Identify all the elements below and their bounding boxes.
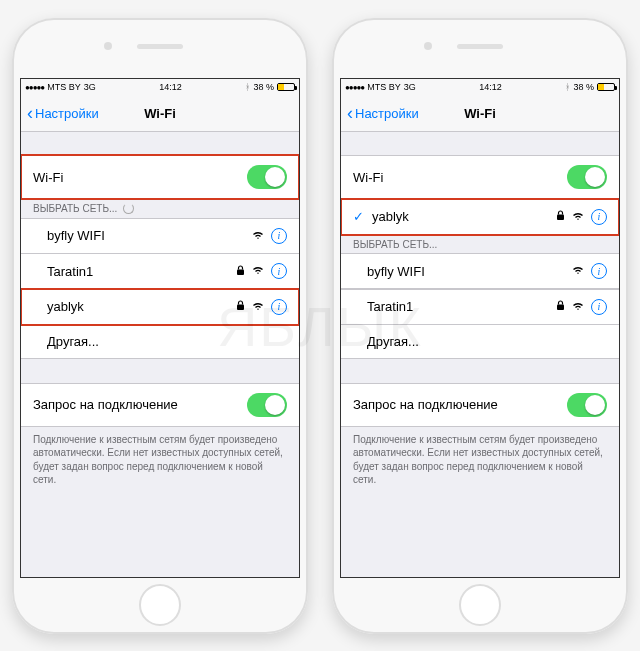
info-icon[interactable]: i: [271, 299, 287, 315]
speaker: [457, 44, 503, 49]
info-icon[interactable]: i: [271, 263, 287, 279]
network-name: yablyk: [33, 299, 84, 314]
home-button[interactable]: [139, 584, 181, 626]
speaker: [137, 44, 183, 49]
chevron-left-icon: ‹: [347, 104, 353, 122]
camera-dot: [104, 42, 112, 50]
nav-bar: ‹ Настройки Wi-Fi: [341, 96, 619, 132]
ask-to-join-label: Запрос на подключение: [33, 397, 178, 412]
carrier-label: MTS BY: [367, 82, 401, 92]
screen-left: ●●●●● MTS BY 3G 14:12 ᚼ 38 % ‹ Настройки…: [20, 78, 300, 578]
battery-percent: 38 %: [573, 82, 594, 92]
connected-network-row[interactable]: ✓ yablyk i: [341, 199, 619, 235]
content-right: Wi-Fi ✓ yablyk i: [341, 132, 619, 577]
wifi-signal-icon: [252, 230, 264, 242]
info-icon[interactable]: i: [591, 209, 607, 225]
wifi-switch[interactable]: [247, 165, 287, 189]
back-label: Настройки: [35, 106, 99, 121]
ask-to-join-row[interactable]: Запрос на подключение: [21, 383, 299, 427]
wifi-row-label: Wi-Fi: [33, 170, 63, 185]
checkmark-icon: ✓: [353, 209, 364, 224]
carrier-label: MTS BY: [47, 82, 81, 92]
status-bar: ●●●●● MTS BY 3G 14:12 ᚼ 38 %: [341, 79, 619, 96]
nav-bar: ‹ Настройки Wi-Fi: [21, 96, 299, 132]
svg-rect-3: [557, 305, 564, 311]
ask-to-join-switch[interactable]: [567, 393, 607, 417]
back-button[interactable]: ‹ Настройки: [27, 104, 99, 122]
phone-left: ●●●●● MTS BY 3G 14:12 ᚼ 38 % ‹ Настройки…: [12, 18, 308, 634]
network-type: 3G: [404, 82, 416, 92]
bluetooth-icon: ᚼ: [565, 82, 570, 92]
choose-network-header: ВЫБРАТЬ СЕТЬ...: [21, 199, 299, 218]
wifi-signal-icon: [572, 301, 584, 313]
choose-network-header: ВЫБРАТЬ СЕТЬ...: [341, 235, 619, 254]
phone-right: ●●●●● MTS BY 3G 14:12 ᚼ 38 % ‹ Настройки…: [332, 18, 628, 634]
lock-icon: [556, 210, 565, 223]
wifi-row-label: Wi-Fi: [353, 170, 383, 185]
battery-percent: 38 %: [253, 82, 274, 92]
network-type: 3G: [84, 82, 96, 92]
clock: 14:12: [159, 82, 182, 92]
spinner-icon: [123, 203, 134, 214]
ask-to-join-label: Запрос на подключение: [353, 397, 498, 412]
ask-to-join-switch[interactable]: [247, 393, 287, 417]
signal-dots-icon: ●●●●●: [345, 83, 364, 92]
chevron-left-icon: ‹: [27, 104, 33, 122]
info-icon[interactable]: i: [591, 263, 607, 279]
svg-rect-1: [237, 305, 244, 311]
screen-right: ●●●●● MTS BY 3G 14:12 ᚼ 38 % ‹ Настройки…: [340, 78, 620, 578]
page-title: Wi-Fi: [464, 106, 496, 121]
footer-note: Подключение к известным сетям будет прои…: [341, 427, 619, 493]
info-icon[interactable]: i: [591, 299, 607, 315]
content-left: Wi-Fi ВЫБРАТЬ СЕТЬ... byfly WIFI i Tarat…: [21, 132, 299, 577]
back-label: Настройки: [355, 106, 419, 121]
lock-icon: [236, 265, 245, 278]
network-name: byfly WIFI: [33, 228, 105, 243]
other-network-label: Другая...: [353, 334, 419, 349]
wifi-signal-icon: [572, 211, 584, 223]
home-button[interactable]: [459, 584, 501, 626]
lock-icon: [236, 300, 245, 313]
battery-icon: [597, 83, 615, 91]
wifi-toggle-row[interactable]: Wi-Fi: [341, 155, 619, 199]
other-network-label: Другая...: [33, 334, 99, 349]
battery-icon: [277, 83, 295, 91]
svg-rect-0: [237, 269, 244, 275]
wifi-switch[interactable]: [567, 165, 607, 189]
ask-to-join-row[interactable]: Запрос на подключение: [341, 383, 619, 427]
network-row-yablyk[interactable]: yablyk i: [21, 289, 299, 325]
lock-icon: [556, 300, 565, 313]
wifi-toggle-row[interactable]: Wi-Fi: [21, 155, 299, 199]
camera-dot: [424, 42, 432, 50]
network-row-other[interactable]: Другая...: [341, 324, 619, 359]
status-bar: ●●●●● MTS BY 3G 14:12 ᚼ 38 %: [21, 79, 299, 96]
network-name: byfly WIFI: [353, 264, 425, 279]
back-button[interactable]: ‹ Настройки: [347, 104, 419, 122]
network-name: Taratin1: [353, 299, 413, 314]
network-row-byfly[interactable]: byfly WIFI i: [341, 253, 619, 289]
bluetooth-icon: ᚼ: [245, 82, 250, 92]
wifi-signal-icon: [252, 265, 264, 277]
network-row-taratin[interactable]: Taratin1 i: [341, 289, 619, 325]
wifi-signal-icon: [252, 301, 264, 313]
network-name: yablyk: [372, 209, 409, 224]
wifi-signal-icon: [572, 265, 584, 277]
network-name: Taratin1: [33, 264, 93, 279]
clock: 14:12: [479, 82, 502, 92]
svg-rect-2: [557, 215, 564, 221]
page-title: Wi-Fi: [144, 106, 176, 121]
footer-note: Подключение к известным сетям будет прои…: [21, 427, 299, 493]
info-icon[interactable]: i: [271, 228, 287, 244]
network-row-taratin[interactable]: Taratin1 i: [21, 253, 299, 289]
network-row-byfly[interactable]: byfly WIFI i: [21, 218, 299, 254]
signal-dots-icon: ●●●●●: [25, 83, 44, 92]
network-row-other[interactable]: Другая...: [21, 324, 299, 359]
